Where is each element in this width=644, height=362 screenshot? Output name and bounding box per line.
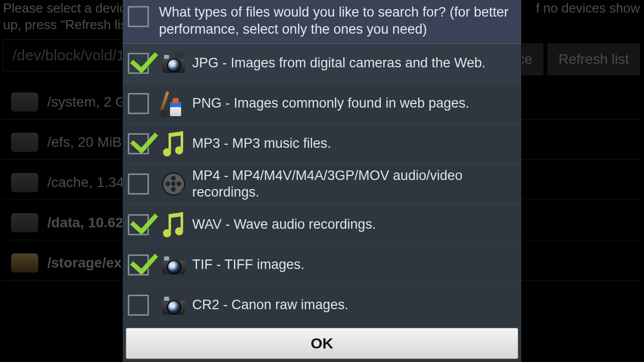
file-type-checkbox[interactable] bbox=[128, 53, 149, 74]
bg-instructions: Please select a device up, press "Refres… bbox=[3, 0, 133, 33]
bg-instr-line2: up, press "Refresh lis bbox=[3, 17, 127, 32]
ok-button[interactable]: OK bbox=[126, 328, 518, 359]
select-all-checkbox[interactable] bbox=[128, 6, 149, 27]
file-type-item[interactable]: PNG - Images commonly found in web pages… bbox=[123, 84, 521, 124]
file-type-list[interactable]: JPG - Images from digital cameras and th… bbox=[123, 44, 521, 325]
camera-icon bbox=[160, 251, 187, 279]
file-type-label: CR2 - Canon raw images. bbox=[192, 297, 516, 314]
camera-icon bbox=[160, 292, 187, 319]
bg-instr-tail: f no devices show bbox=[536, 0, 640, 17]
dialog-header[interactable]: What types of files would you like to se… bbox=[123, 0, 521, 44]
film-reel-icon bbox=[160, 170, 187, 198]
file-type-label: WAV - Wave audio recordings. bbox=[192, 216, 516, 233]
device-row-label: /storage/ex bbox=[47, 255, 122, 271]
file-type-checkbox[interactable] bbox=[128, 254, 149, 276]
dialog-header-text: What types of files would you like to se… bbox=[159, 4, 516, 38]
file-type-label: MP3 - MP3 music files. bbox=[192, 135, 516, 152]
music-note-icon bbox=[160, 130, 187, 157]
disk-icon bbox=[11, 93, 38, 112]
file-type-item[interactable]: JPG - Images from digital cameras and th… bbox=[123, 44, 521, 84]
disk-icon bbox=[11, 213, 38, 232]
refresh-list-button: Refresh list bbox=[547, 43, 640, 75]
file-type-checkbox[interactable] bbox=[128, 173, 149, 195]
file-type-item[interactable]: MP4 - MP4/M4V/M4A/3GP/MOV audio/video re… bbox=[123, 164, 521, 205]
file-type-item[interactable]: WAV - Wave audio recordings. bbox=[123, 205, 521, 245]
file-type-item[interactable]: MP3 - MP3 music files. bbox=[123, 124, 521, 164]
device-row-label: /efs, 20 MiB bbox=[47, 134, 122, 150]
paint-icon bbox=[160, 90, 187, 117]
bg-instr-line1: Please select a device bbox=[3, 1, 133, 16]
file-type-label: MP4 - MP4/M4V/M4A/3GP/MOV audio/video re… bbox=[192, 167, 516, 202]
dialog-footer: OK bbox=[123, 325, 521, 362]
disk-icon bbox=[11, 253, 38, 273]
device-row-label: /cache, 1.34 bbox=[47, 174, 124, 191]
ok-button-label: OK bbox=[311, 335, 334, 352]
file-type-item[interactable]: CR2 - Canon raw images. bbox=[123, 285, 521, 325]
file-type-label: PNG - Images commonly found in web pages… bbox=[192, 95, 516, 112]
disk-icon bbox=[11, 173, 38, 192]
file-type-checkbox[interactable] bbox=[128, 93, 149, 114]
file-type-checkbox[interactable] bbox=[128, 214, 149, 235]
file-type-label: JPG - Images from digital cameras and th… bbox=[192, 55, 516, 72]
device-path-field: /dev/block/vold/1 bbox=[3, 39, 134, 71]
music-note-icon bbox=[160, 211, 187, 238]
file-type-item[interactable]: TIF - TIFF images. bbox=[123, 245, 521, 285]
device-row-label: /system, 2 G bbox=[47, 94, 126, 110]
camera-icon bbox=[160, 50, 187, 77]
device-row-label: /data, 10.62 bbox=[47, 215, 123, 231]
file-type-checkbox[interactable] bbox=[128, 295, 149, 316]
file-type-label: TIF - TIFF images. bbox=[192, 256, 516, 274]
file-type-dialog: What types of files would you like to se… bbox=[123, 0, 521, 362]
disk-icon bbox=[11, 133, 38, 152]
file-type-checkbox[interactable] bbox=[128, 133, 149, 154]
